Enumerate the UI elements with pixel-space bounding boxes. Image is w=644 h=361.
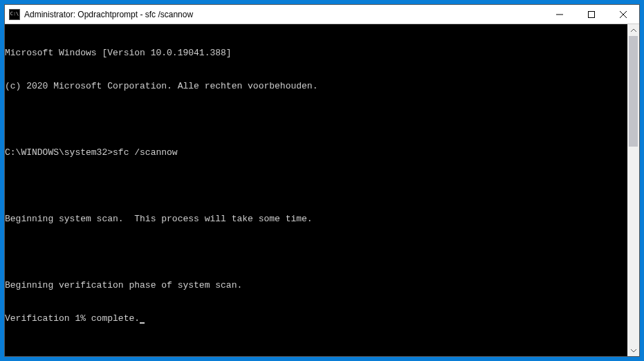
scroll-down-button[interactable] xyxy=(627,344,639,356)
console-line xyxy=(5,114,627,125)
titlebar[interactable]: C:\ Administrator: Opdrachtprompt - sfc … xyxy=(5,5,639,24)
console-command: sfc /scannow xyxy=(113,147,178,158)
cmd-window: C:\ Administrator: Opdrachtprompt - sfc … xyxy=(4,4,640,357)
console-line: Microsoft Windows [Version 10.0.19041.38… xyxy=(5,48,627,59)
console-prompt-line: C:\WINDOWS\system32>sfc /scannow xyxy=(5,147,627,158)
maximize-icon xyxy=(588,11,595,18)
console-prompt: C:\WINDOWS\system32> xyxy=(5,147,113,158)
chevron-down-icon xyxy=(631,348,636,353)
console-output[interactable]: Microsoft Windows [Version 10.0.19041.38… xyxy=(5,24,627,356)
cmd-icon-glyph: C:\ xyxy=(10,12,19,17)
console-line xyxy=(5,180,627,192)
console-line: Beginning verification phase of system s… xyxy=(5,280,627,291)
window-body: Microsoft Windows [Version 10.0.19041.38… xyxy=(5,24,639,356)
maximize-button[interactable] xyxy=(576,5,607,24)
console-line: Beginning system scan. This process will… xyxy=(5,214,627,225)
svg-rect-1 xyxy=(589,11,595,17)
window-title: Administrator: Opdrachtprompt - sfc /sca… xyxy=(24,10,544,19)
scroll-up-button[interactable] xyxy=(627,24,639,36)
console-line xyxy=(5,247,627,258)
vertical-scrollbar[interactable] xyxy=(627,24,639,356)
console-progress-line: Verification 1% complete. xyxy=(5,313,627,324)
scrollbar-thumb[interactable] xyxy=(629,36,638,147)
close-button[interactable] xyxy=(607,5,639,24)
chevron-up-icon xyxy=(631,28,636,33)
cmd-icon: C:\ xyxy=(9,9,20,20)
close-icon xyxy=(620,11,627,18)
minimize-icon xyxy=(556,11,563,18)
scrollbar-track[interactable] xyxy=(627,36,639,344)
minimize-button[interactable] xyxy=(544,5,576,24)
window-controls xyxy=(544,5,639,24)
console-cursor xyxy=(140,322,145,324)
console-progress-text: Verification 1% complete. xyxy=(5,313,140,324)
console-line: (c) 2020 Microsoft Corporation. Alle rec… xyxy=(5,81,627,92)
